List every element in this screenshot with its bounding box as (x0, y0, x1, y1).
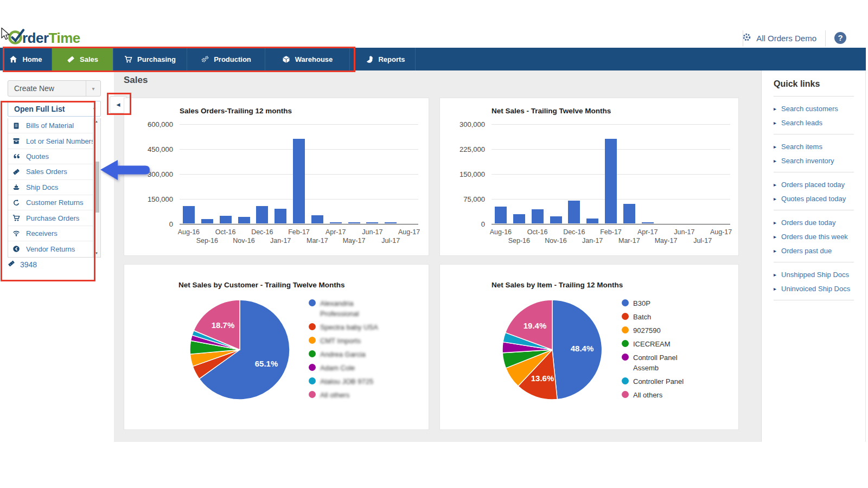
legend-label: Controller Panel (633, 376, 684, 387)
bar-nov-16 (238, 217, 250, 223)
bar-nov-16 (550, 216, 562, 224)
sidebar-item-lot-or-serial-numbers[interactable]: Lot or Serial Numbers (8, 133, 100, 149)
triangle-right-icon: ▸ (774, 286, 776, 292)
triangle-right-icon: ▸ (774, 106, 776, 112)
triangle-right-icon: ▸ (774, 182, 776, 188)
legend-color-dot (622, 340, 629, 347)
divider (774, 96, 854, 97)
quick-link-quotes-placed-today[interactable]: ▸Quotes placed today (774, 195, 854, 203)
chevron-down-icon[interactable]: ▾ (86, 81, 100, 96)
quick-link-search-inventory[interactable]: ▸Search inventory (774, 157, 854, 165)
sidebar-scrollbar[interactable]: ▲ ▼ (93, 118, 100, 257)
legend-color-dot (309, 323, 316, 330)
nav-tab-home[interactable]: Home (0, 48, 52, 70)
x-axis-tick-label: Jun-17 (355, 228, 390, 236)
sidebar-item-customer-returns[interactable]: Customer Returns (8, 195, 100, 210)
legend-label: Atalou JOB 9725 (320, 376, 373, 387)
legend-item-alexandria-professional: Alexandria Professional (309, 298, 384, 319)
legend-item-controller-panel: Controller Panel (622, 376, 697, 387)
bar-apr-17 (642, 222, 654, 223)
open-full-list-button[interactable]: Open Full List ▾ (8, 101, 101, 117)
legend-color-dot (309, 299, 316, 306)
quick-link-search-leads[interactable]: ▸Search leads (774, 119, 854, 127)
nav-tab-purchasing[interactable]: Purchasing (113, 48, 187, 70)
gridline (180, 224, 418, 224)
sidebar-open-count[interactable]: 3948 (8, 260, 37, 269)
chevron-down-icon[interactable]: ▾ (88, 106, 100, 112)
bar-jun-17 (366, 222, 378, 223)
sidebar-item-sales-orders[interactable]: Sales Orders (8, 164, 100, 179)
nav-tab-reports[interactable]: Reports (355, 48, 416, 70)
chart-card-net-sales-by-item: Net Sales by Item - Trailing 12 Months48… (439, 264, 739, 430)
gridline (492, 224, 730, 224)
divider (774, 300, 854, 300)
triangle-right-icon: ▸ (774, 144, 776, 150)
quick-link-label: Orders past due (781, 247, 832, 255)
account-menu[interactable]: All Orders Demo (742, 33, 816, 44)
x-axis-tick-label: Nov-16 (227, 237, 261, 245)
quick-link-orders-past-due[interactable]: ▸Orders past due (774, 247, 854, 255)
ticket-icon (67, 55, 75, 63)
legend-item-andrea-garcia: Andrea Garcia (309, 349, 384, 359)
nav-tab-label: Purchasing (137, 55, 176, 63)
create-new-button[interactable]: Create New ▾ (8, 80, 101, 97)
scrollbar-down-icon[interactable]: ▼ (93, 250, 100, 257)
bar-sep-16 (513, 214, 525, 223)
quick-link-search-customers[interactable]: ▸Search customers (774, 105, 854, 113)
nav-tab-label: Reports (378, 55, 405, 63)
bar-feb-17 (605, 139, 617, 223)
sidebar-item-label: Vendor Returns (26, 245, 75, 253)
help-icon[interactable]: ? (834, 32, 846, 44)
gridline (180, 124, 418, 125)
x-axis-tick-label: Jul-17 (373, 237, 408, 245)
x-axis-tick-label: Sep-16 (190, 237, 225, 245)
sidebar-item-receivers[interactable]: Receivers (8, 226, 100, 241)
quick-link-uninvoiced-ship-docs[interactable]: ▸Uninvoiced Ship Docs (774, 285, 854, 293)
bar-aug-16 (183, 206, 195, 223)
gears-icon (201, 55, 209, 63)
quick-link-unshipped-ship-docs[interactable]: ▸Unshipped Ship Docs (774, 271, 854, 279)
document-icon (12, 122, 21, 130)
scrollbar-up-icon[interactable]: ▲ (93, 118, 100, 125)
legend-color-dot (309, 377, 316, 384)
triangle-right-icon: ▸ (774, 272, 776, 278)
sidebar-item-quotes[interactable]: Quotes (8, 149, 100, 164)
quick-link-search-items[interactable]: ▸Search items (774, 143, 854, 151)
sidebar-item-purchase-orders[interactable]: Purchase Orders (8, 210, 100, 226)
quick-link-orders-placed-today[interactable]: ▸Orders placed today (774, 181, 854, 189)
legend-item-cmt-imports: CMT Imports (309, 336, 384, 346)
triangle-right-icon: ▸ (774, 120, 776, 126)
nav-tab-warehouse[interactable]: Warehouse (265, 48, 350, 70)
legend-color-dot (622, 299, 629, 306)
nav-tab-sales[interactable]: Sales (52, 48, 113, 70)
nav-tab-production[interactable]: Production (187, 48, 265, 70)
sidebar-item-vendor-returns[interactable]: Vendor Returns (8, 241, 100, 256)
x-axis-tick-label: Feb-17 (593, 228, 628, 236)
sidebar-item-bills-of-material[interactable]: Bills of Material (8, 118, 100, 133)
circle-left-icon (12, 245, 21, 253)
legend-item-spectra-baby-usa: Spectra baby USA (309, 322, 384, 332)
divider (774, 134, 854, 134)
brand-time-text: Time (49, 30, 80, 46)
gridline (492, 124, 730, 125)
open-full-list-label: Open Full List (8, 105, 88, 113)
scrollbar-thumb[interactable] (94, 162, 99, 213)
quick-link-label: Orders due this week (781, 233, 848, 241)
divider (774, 262, 854, 262)
account-label: All Orders Demo (756, 34, 816, 43)
main-navbar: HomeSalesPurchasingProductionWarehouseRe… (0, 48, 866, 70)
sidebar-item-ship-docs[interactable]: Ship Docs (8, 180, 100, 195)
x-axis-tick-label: Mar-17 (300, 237, 335, 245)
legend-label: 9027590 (633, 325, 661, 336)
legend-label: CMT Imports (320, 336, 361, 346)
quick-link-orders-due-today[interactable]: ▸Orders due today (774, 219, 854, 227)
bar-oct-16 (532, 209, 544, 223)
quick-link-label: Orders placed today (781, 181, 845, 189)
quick-link-orders-due-this-week[interactable]: ▸Orders due this week (774, 233, 854, 241)
triangle-right-icon: ▸ (774, 234, 776, 240)
cube-icon (282, 55, 290, 63)
legend-label: Adam Cole (320, 363, 355, 373)
chart-title: Net Sales by Item - Trailing 12 Months (492, 281, 623, 289)
legend-item-all-others: All others (622, 390, 697, 400)
quick-link-label: Uninvoiced Ship Docs (781, 285, 850, 293)
